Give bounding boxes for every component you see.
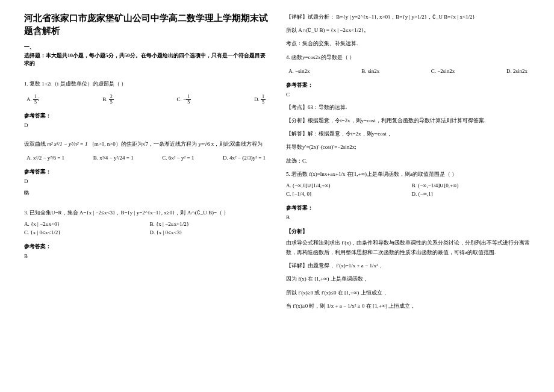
q1-B: B. 25 [102, 95, 114, 105]
q2-ans: D [24, 178, 268, 184]
right-column: 【详解】试题分析： B={y | y=2^{x−1}, x>0}，B={y | … [286, 12, 530, 380]
q3-A: A. {x | −2≤x<0} [24, 221, 143, 227]
q1-D: D. 15 [254, 95, 266, 105]
q4-analysis: 【分析】根据题意，令t=2x，则y=cost，利用复合函数的导数计算法则计算可得… [286, 116, 530, 125]
q4-stem: 4. 函数y=cos2x的导数是（ ） [286, 52, 530, 62]
q3-choices: A. {x | −2≤x<0} B. {x | −2≤x<1/2} C. {x … [24, 221, 268, 235]
q1-choices: A. 15i B. 25 C. −15 D. 15 [24, 95, 268, 105]
q4-ans: C [286, 92, 530, 98]
q2-stem: 设双曲线 m² x²/1 − y²/n² = 1 （m>0, n>0）的焦距为√… [24, 139, 268, 149]
q1-ans-label: 参考答案： [24, 112, 268, 120]
section-num: 一、 [24, 44, 35, 50]
q5-ans-label: 参考答案： [286, 204, 530, 212]
page-title: 河北省张家口市庞家堡矿山公司中学高二数学理上学期期末试题含解析 [24, 12, 268, 37]
q2-ans-label: 参考答案： [24, 168, 268, 176]
q5-det1: 因为 f(x) 在 [1,+∞) 上是单调函数， [286, 274, 530, 284]
q5-ana-text: 由求导公式和法则求出 f′(x)，由条件和导数与函数单调性的关系分类讨论，分别列… [286, 238, 530, 257]
q5-stem: 5. 若函数 f(x)=lnx+ax+1/x 在[1,+∞)上是单调函数，则a的… [286, 169, 530, 179]
section-text: 选择题：本大题共10小题，每小题5分，共50分。在每小题给出的四个选项中，只有是… [24, 52, 266, 67]
q3-point: 考点：集合的交集、补集运算. [286, 39, 530, 48]
q4-solve2: 其导数y′=(2x)′·(cost)′=−2sin2x; [286, 142, 530, 152]
left-column: 河北省张家口市庞家堡矿山公司中学高二数学理上学期期末试题含解析 一、 选择题：本… [24, 12, 268, 380]
q1-A: A. 15i [26, 95, 40, 105]
q2-D: D. 4x² − (2/3)y² = 1 [223, 155, 266, 161]
section-header: 一、 选择题：本大题共10小题，每小题5分，共50分。在每小题给出的四个选项中，… [24, 43, 268, 68]
q3-ans-label: 参考答案： [24, 243, 268, 250]
q2-note: 略 [24, 189, 268, 197]
q3-D: D. {x | 0≤x<3} [150, 229, 269, 235]
q5-D: D. (−∞,1] [412, 191, 531, 197]
q5-choices: A. (−∞,0]∪[1/4,+∞) B. (−∞,−1/4]∪[0,+∞) C… [286, 182, 530, 197]
q3-B: B. {x | −2≤x<1/2} [150, 221, 269, 227]
q3-ans: B [24, 253, 268, 259]
q4-choices: A. −sin2x B. sin2x C. −2sin2x D. 2sin2x [286, 68, 530, 74]
q3-so: 所以 A∩(∁_U B) = {x | −2≤x<1/2}。 [286, 25, 530, 35]
q1-stem: 1. 复数 1+2i（i 是虚数单位）的虚部是（ ） [24, 79, 268, 89]
q1-C: C. −15 [177, 95, 191, 105]
q3-detail: 【详解】试题分析： B={y | y=2^{x−1}, x>0}，B={y | … [286, 12, 530, 22]
q4-ans-label: 参考答案： [286, 81, 530, 89]
q4-D: D. 2sin2x [506, 68, 528, 74]
q2-C: C. 6x² − y² = 1 [162, 155, 194, 161]
q4-topic: 【考点】63：导数的运算. [286, 102, 530, 112]
q5-ana-label: 【分析】 [286, 228, 530, 235]
q5-A: A. (−∞,0]∪[1/4,+∞) [286, 182, 405, 188]
q5-C: C. [−1/4, 0] [286, 191, 405, 197]
q5-det3: 当 f′(x)≥0 时，则 1/x + a − 1/x² ≥ 0 在 [1,+∞… [286, 301, 530, 311]
q3-stem: 3. 已知全集U=R，集合 A={x | −2≤x<3}，B={y | y=2^… [24, 208, 268, 217]
q4-A: A. −sin2x [288, 68, 310, 74]
q5-det2: 所以 f′(x)≥0 或 f′(x)≤0 在 [1,+∞) 上恒成立， [286, 288, 530, 297]
q3-C: C. {x | 0≤x<1/2} [24, 229, 143, 235]
q2-choices: A. x²/2 − y²/6 = 1 B. x²/4 − y²/24 = 1 C… [24, 155, 268, 161]
q4-solve3: 故选：C. [286, 156, 530, 166]
q4-solve1: 【解答】解：根据题意，令t=2x，则y=cost， [286, 129, 530, 138]
q4-B: B. sin2x [361, 68, 379, 74]
q5-det: 【详解】由题意得， f′(x)=1/x + a − 1/x²， [286, 261, 530, 270]
q4-C: C. −2sin2x [431, 68, 455, 74]
q2-eq: m² x²/1 − y²/n² = 1 [47, 141, 87, 147]
q5-ans: B [286, 214, 530, 220]
q2-A: A. x²/2 − y²/6 = 1 [26, 155, 64, 161]
q2-B: B. x²/4 − y²/24 = 1 [93, 155, 134, 161]
q5-B: B. (−∞,−1/4]∪[0,+∞) [412, 182, 531, 188]
q1-ans: D [24, 122, 268, 128]
